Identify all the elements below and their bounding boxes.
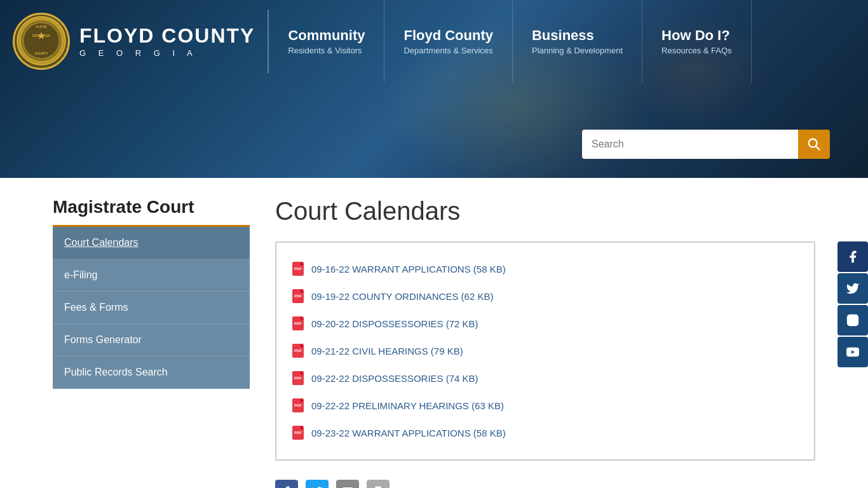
navigation-bar: FLOYD COUNTY GEORGIA FLOYD COUNTY G E O …	[0, 0, 868, 83]
search-icon	[807, 137, 821, 151]
sidebar-item-public-records[interactable]: Public Records Search	[53, 356, 250, 389]
county-seal: FLOYD COUNTY GEORGIA	[13, 13, 70, 70]
calendar-item-label: 09-16-22 WARRANT APPLICATIONS (58 KB)	[311, 264, 506, 274]
svg-text:GEORGIA: GEORGIA	[32, 34, 51, 37]
share-bar	[275, 473, 815, 488]
calendars-box: PDF09-16-22 WARRANT APPLICATIONS (58 KB)…	[275, 241, 815, 461]
sidebar-nav: Court Calendars e-Filing Fees & Forms Fo…	[53, 227, 250, 389]
share-facebook-button[interactable]	[275, 480, 298, 488]
svg-marker-6	[37, 32, 45, 39]
pdf-icon: PDF	[292, 344, 304, 358]
social-facebook-button[interactable]	[837, 241, 868, 272]
share-email-button[interactable]	[336, 480, 359, 488]
calendar-item-label: 09-22-22 PRELIMINARY HEARINGS (63 KB)	[311, 400, 504, 411]
search-area	[582, 130, 830, 159]
pdf-icon: PDF	[292, 316, 304, 330]
county-name: FLOYD COUNTY	[79, 25, 255, 46]
calendar-item-label: 09-22-22 DISPOSSESSORIES (74 KB)	[311, 373, 478, 384]
sidebar-item-fees-forms[interactable]: Fees & Forms	[53, 292, 250, 324]
calendar-item[interactable]: PDF09-19-22 COUNTY ORDINANCES (62 KB)	[292, 283, 798, 310]
svg-text:COUNTY: COUNTY	[34, 51, 48, 55]
calendar-item[interactable]: PDF09-23-22 WARRANT APPLICATIONS (58 KB)	[292, 419, 798, 447]
svg-rect-10	[847, 315, 858, 326]
calendar-item[interactable]: PDF09-21-22 CIVIL HEARINGS (79 KB)	[292, 337, 798, 365]
main-section: Magistrate Court Court Calendars e-Filin…	[0, 178, 868, 488]
social-sidebar	[837, 241, 868, 367]
share-twitter-button[interactable]	[306, 480, 329, 488]
svg-line-8	[816, 146, 820, 150]
sidebar-item-forms-generator[interactable]: Forms Generator	[53, 324, 250, 356]
pdf-icon: PDF	[292, 426, 304, 440]
share-print-button[interactable]	[367, 480, 390, 488]
calendar-item[interactable]: PDF09-22-22 PRELIMINARY HEARINGS (63 KB)	[292, 392, 798, 419]
page-title: Court Calendars	[275, 197, 815, 226]
pdf-icon: PDF	[292, 398, 304, 412]
header: FLOYD COUNTY GEORGIA FLOYD COUNTY G E O …	[0, 0, 868, 178]
nav-item-floyd-county[interactable]: Floyd County Departments & Services	[384, 0, 513, 83]
calendar-item-label: 09-21-22 CIVIL HEARINGS (79 KB)	[311, 346, 463, 356]
sidebar-title: Magistrate Court	[53, 197, 250, 227]
svg-point-7	[809, 139, 817, 147]
svg-text:FLOYD: FLOYD	[36, 25, 47, 29]
social-youtube-button[interactable]	[837, 337, 868, 367]
state-name: G E O R G I A	[79, 48, 255, 58]
search-button[interactable]	[798, 130, 830, 159]
calendar-item-label: 09-19-22 COUNTY ORDINANCES (62 KB)	[311, 291, 493, 302]
calendar-item[interactable]: PDF09-16-22 WARRANT APPLICATIONS (58 KB)	[292, 255, 798, 283]
sidebar: Magistrate Court Court Calendars e-Filin…	[53, 197, 250, 488]
search-input[interactable]	[582, 130, 798, 159]
svg-point-0	[17, 17, 65, 65]
content-inner: Magistrate Court Court Calendars e-Filin…	[27, 178, 841, 488]
svg-point-2	[24, 23, 59, 58]
nav-item-how-do-i[interactable]: How Do I? Resources & FAQs	[642, 0, 752, 83]
pdf-icon: PDF	[292, 289, 304, 303]
sidebar-item-e-filing[interactable]: e-Filing	[53, 259, 250, 292]
calendar-item[interactable]: PDF09-22-22 DISPOSSESSORIES (74 KB)	[292, 365, 798, 392]
pdf-icon: PDF	[292, 371, 304, 385]
nav-item-business[interactable]: Business Planning & Development	[513, 0, 642, 83]
nav-item-community[interactable]: Community Residents & Visitors	[269, 0, 384, 83]
nav-items: Community Residents & Visitors Floyd Cou…	[269, 0, 868, 83]
logo-area[interactable]: FLOYD COUNTY GEORGIA FLOYD COUNTY G E O …	[0, 0, 268, 83]
calendar-items-container: PDF09-16-22 WARRANT APPLICATIONS (58 KB)…	[292, 255, 798, 447]
calendar-item[interactable]: PDF09-20-22 DISPOSSESSORIES (72 KB)	[292, 310, 798, 337]
calendar-item-label: 09-23-22 WARRANT APPLICATIONS (58 KB)	[311, 428, 506, 438]
logo-text: FLOYD COUNTY G E O R G I A	[79, 25, 255, 58]
pdf-icon: PDF	[292, 262, 304, 276]
social-twitter-button[interactable]	[837, 273, 868, 304]
social-instagram-button[interactable]	[837, 305, 868, 336]
sidebar-item-court-calendars[interactable]: Court Calendars	[53, 227, 250, 259]
svg-point-1	[20, 20, 62, 62]
page-content: Court Calendars PDF09-16-22 WARRANT APPL…	[275, 197, 815, 488]
calendar-item-label: 09-20-22 DISPOSSESSORIES (72 KB)	[311, 318, 478, 329]
